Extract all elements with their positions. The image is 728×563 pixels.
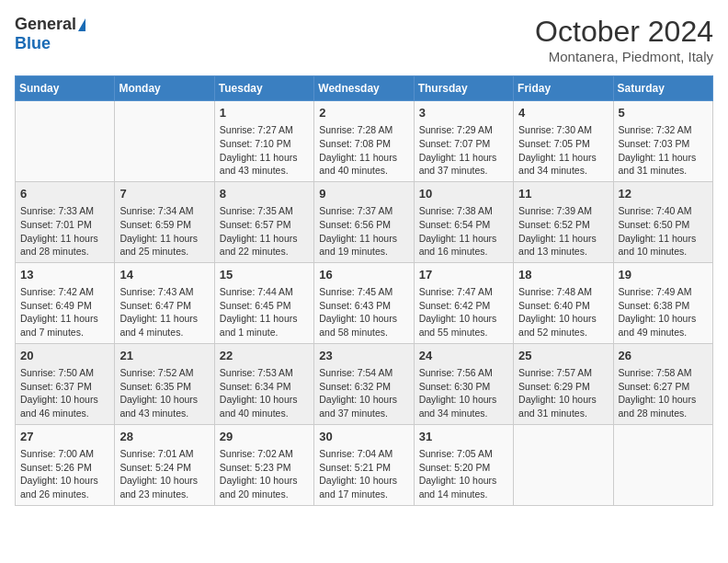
calendar-cell [115, 101, 214, 182]
day-number: 15 [220, 267, 309, 283]
cell-content: Sunrise: 7:58 AMSunset: 6:27 PMDaylight:… [619, 366, 708, 420]
calendar-week-row: 27Sunrise: 7:00 AMSunset: 5:26 PMDayligh… [16, 424, 713, 505]
cell-content: Sunrise: 7:30 AMSunset: 7:05 PMDaylight:… [518, 123, 608, 178]
day-number: 9 [319, 186, 408, 202]
cell-content: Sunrise: 7:47 AMSunset: 6:42 PMDaylight:… [419, 285, 508, 339]
calendar-cell: 30Sunrise: 7:04 AMSunset: 5:21 PMDayligh… [314, 424, 414, 505]
calendar-cell: 19Sunrise: 7:49 AMSunset: 6:38 PMDayligh… [613, 262, 712, 343]
cell-content: Sunrise: 7:28 AMSunset: 7:08 PMDaylight:… [319, 123, 408, 178]
cell-content: Sunrise: 7:01 AMSunset: 5:24 PMDaylight:… [119, 447, 209, 501]
day-number: 26 [619, 348, 708, 364]
month-title: October 2024 [535, 15, 713, 49]
calendar-cell: 20Sunrise: 7:50 AMSunset: 6:37 PMDayligh… [16, 343, 115, 424]
calendar-cell: 3Sunrise: 7:29 AMSunset: 7:07 PMDaylight… [414, 101, 513, 182]
cell-content: Sunrise: 7:34 AMSunset: 6:59 PMDaylight:… [119, 204, 209, 259]
calendar-cell: 28Sunrise: 7:01 AMSunset: 5:24 PMDayligh… [115, 424, 214, 505]
calendar-cell: 24Sunrise: 7:56 AMSunset: 6:30 PMDayligh… [414, 343, 513, 424]
calendar-cell: 21Sunrise: 7:52 AMSunset: 6:35 PMDayligh… [115, 343, 214, 424]
day-number: 18 [518, 267, 608, 283]
calendar-cell: 29Sunrise: 7:02 AMSunset: 5:23 PMDayligh… [214, 424, 313, 505]
calendar-cell: 9Sunrise: 7:37 AMSunset: 6:56 PMDaylight… [314, 181, 414, 262]
calendar-cell: 14Sunrise: 7:43 AMSunset: 6:47 PMDayligh… [115, 262, 214, 343]
column-header-wednesday: Wednesday [314, 76, 414, 101]
calendar-cell [16, 101, 115, 182]
day-number: 24 [419, 348, 508, 364]
cell-content: Sunrise: 7:50 AMSunset: 6:37 PMDaylight:… [20, 366, 109, 420]
day-number: 20 [20, 348, 109, 364]
day-number: 16 [319, 267, 408, 283]
calendar-cell: 7Sunrise: 7:34 AMSunset: 6:59 PMDaylight… [115, 181, 214, 262]
day-number: 2 [319, 105, 408, 121]
calendar-cell: 4Sunrise: 7:30 AMSunset: 7:05 PMDaylight… [514, 101, 613, 182]
day-number: 14 [119, 267, 209, 283]
calendar-cell [514, 424, 613, 505]
column-header-saturday: Saturday [613, 76, 712, 101]
day-number: 30 [319, 429, 408, 445]
calendar-cell: 11Sunrise: 7:39 AMSunset: 6:52 PMDayligh… [514, 181, 613, 262]
logo-general-text: General [15, 15, 76, 34]
day-number: 1 [220, 105, 309, 121]
day-number: 5 [619, 105, 708, 121]
cell-content: Sunrise: 7:02 AMSunset: 5:23 PMDaylight:… [220, 447, 309, 501]
calendar-week-row: 13Sunrise: 7:42 AMSunset: 6:49 PMDayligh… [16, 262, 713, 343]
day-number: 29 [220, 429, 309, 445]
column-header-thursday: Thursday [414, 76, 513, 101]
calendar-cell: 22Sunrise: 7:53 AMSunset: 6:34 PMDayligh… [214, 343, 313, 424]
day-number: 25 [518, 348, 608, 364]
day-number: 17 [419, 267, 508, 283]
cell-content: Sunrise: 7:45 AMSunset: 6:43 PMDaylight:… [319, 285, 408, 339]
title-area: October 2024 Montanera, Piedmont, Italy [535, 15, 713, 64]
cell-content: Sunrise: 7:32 AMSunset: 7:03 PMDaylight:… [619, 123, 708, 178]
day-number: 3 [419, 105, 508, 121]
cell-content: Sunrise: 7:53 AMSunset: 6:34 PMDaylight:… [220, 366, 309, 420]
calendar-cell [613, 424, 712, 505]
cell-content: Sunrise: 7:57 AMSunset: 6:29 PMDaylight:… [518, 366, 608, 420]
calendar-cell: 15Sunrise: 7:44 AMSunset: 6:45 PMDayligh… [214, 262, 313, 343]
page-header: General Blue October 2024 Montanera, Pie… [15, 15, 713, 64]
column-header-sunday: Sunday [16, 76, 115, 101]
cell-content: Sunrise: 7:49 AMSunset: 6:38 PMDaylight:… [619, 285, 708, 339]
calendar-cell: 26Sunrise: 7:58 AMSunset: 6:27 PMDayligh… [613, 343, 712, 424]
calendar-cell: 16Sunrise: 7:45 AMSunset: 6:43 PMDayligh… [314, 262, 414, 343]
day-number: 31 [419, 429, 508, 445]
day-number: 6 [20, 186, 109, 202]
calendar-week-row: 6Sunrise: 7:33 AMSunset: 7:01 PMDaylight… [16, 181, 713, 262]
calendar-header-row: SundayMondayTuesdayWednesdayThursdayFrid… [16, 76, 713, 101]
logo-blue-text: Blue [15, 34, 51, 53]
calendar-cell: 18Sunrise: 7:48 AMSunset: 6:40 PMDayligh… [514, 262, 613, 343]
day-number: 10 [419, 186, 508, 202]
day-number: 4 [518, 105, 608, 121]
day-number: 28 [119, 429, 209, 445]
cell-content: Sunrise: 7:37 AMSunset: 6:56 PMDaylight:… [319, 204, 408, 259]
day-number: 27 [20, 429, 109, 445]
cell-content: Sunrise: 7:44 AMSunset: 6:45 PMDaylight:… [220, 285, 309, 339]
day-number: 12 [619, 186, 708, 202]
cell-content: Sunrise: 7:00 AMSunset: 5:26 PMDaylight:… [20, 447, 109, 501]
cell-content: Sunrise: 7:43 AMSunset: 6:47 PMDaylight:… [119, 285, 209, 339]
day-number: 22 [220, 348, 309, 364]
cell-content: Sunrise: 7:56 AMSunset: 6:30 PMDaylight:… [419, 366, 508, 420]
cell-content: Sunrise: 7:52 AMSunset: 6:35 PMDaylight:… [119, 366, 209, 420]
calendar-week-row: 20Sunrise: 7:50 AMSunset: 6:37 PMDayligh… [16, 343, 713, 424]
day-number: 11 [518, 186, 608, 202]
cell-content: Sunrise: 7:27 AMSunset: 7:10 PMDaylight:… [220, 123, 309, 178]
cell-content: Sunrise: 7:54 AMSunset: 6:32 PMDaylight:… [319, 366, 408, 420]
day-number: 19 [619, 267, 708, 283]
calendar-cell: 23Sunrise: 7:54 AMSunset: 6:32 PMDayligh… [314, 343, 414, 424]
day-number: 7 [119, 186, 209, 202]
calendar-cell: 12Sunrise: 7:40 AMSunset: 6:50 PMDayligh… [613, 181, 712, 262]
cell-content: Sunrise: 7:48 AMSunset: 6:40 PMDaylight:… [518, 285, 608, 339]
calendar-cell: 1Sunrise: 7:27 AMSunset: 7:10 PMDaylight… [214, 101, 313, 182]
calendar-table: SundayMondayTuesdayWednesdayThursdayFrid… [15, 75, 713, 506]
calendar-cell: 2Sunrise: 7:28 AMSunset: 7:08 PMDaylight… [314, 101, 414, 182]
day-number: 23 [319, 348, 408, 364]
cell-content: Sunrise: 7:29 AMSunset: 7:07 PMDaylight:… [419, 123, 508, 178]
calendar-cell: 17Sunrise: 7:47 AMSunset: 6:42 PMDayligh… [414, 262, 513, 343]
location-subtitle: Montanera, Piedmont, Italy [535, 49, 713, 64]
day-number: 8 [220, 186, 309, 202]
cell-content: Sunrise: 7:42 AMSunset: 6:49 PMDaylight:… [20, 285, 109, 339]
calendar-cell: 8Sunrise: 7:35 AMSunset: 6:57 PMDaylight… [214, 181, 313, 262]
logo-triangle-icon [78, 18, 85, 31]
calendar-cell: 10Sunrise: 7:38 AMSunset: 6:54 PMDayligh… [414, 181, 513, 262]
calendar-cell: 6Sunrise: 7:33 AMSunset: 7:01 PMDaylight… [16, 181, 115, 262]
